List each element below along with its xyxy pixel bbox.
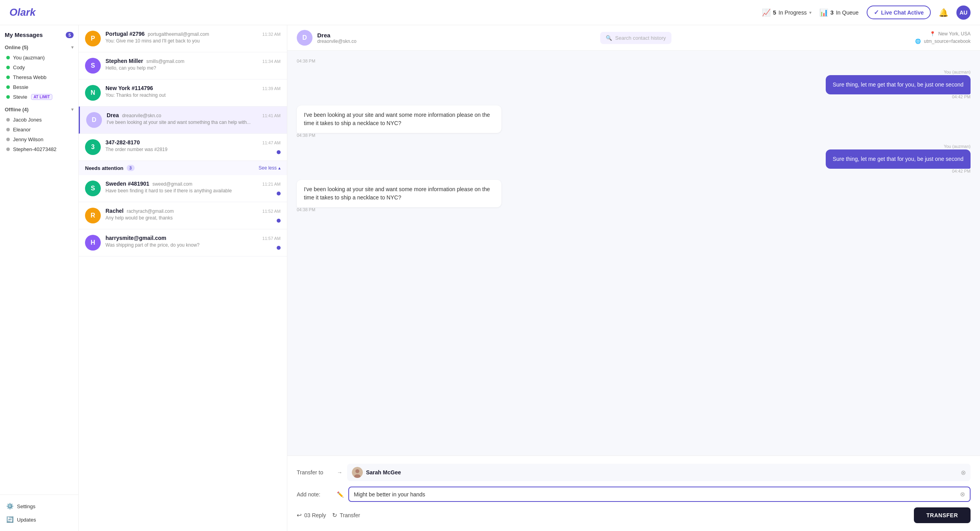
meta-location: 📍 New York, USA (915, 30, 971, 38)
offline-section-header[interactable]: Offline (4) ▾ (5, 107, 74, 112)
msg-timestamp-1: 04:38 PM (297, 59, 315, 63)
offline-dot (6, 118, 10, 122)
updates-icon: 🔄 (6, 516, 14, 523)
transfer-recipient: Sarah McGee ⊗ (347, 464, 971, 481)
sidebar-user-label: Jenny Wilson (13, 136, 43, 142)
messages-area: 04:38 PM You (auzman) Sure thing, let me… (287, 51, 980, 455)
offline-section-label: Offline (4) (5, 107, 29, 112)
conv-item-newyork[interactable]: N New York #114796 11:39 AM You: Thanks … (79, 79, 287, 107)
online-dot (6, 56, 10, 59)
conv-preview: Any help would be great, thanks (105, 215, 281, 221)
chat-meta: 📍 New York, USA 🌐 utm_source=facebook (915, 30, 971, 45)
live-chat-label: Live Chat Active (881, 9, 924, 16)
search-icon: 🔍 (606, 35, 612, 41)
needs-attention-label: Needs attention (85, 165, 124, 171)
conv-preview: You: Give me 10 mins and I'll get back t… (105, 38, 281, 44)
sidebar-item-you[interactable]: You (auzman) (5, 53, 74, 63)
sidebar-user-label: Eleanor (13, 127, 31, 133)
sidebar-item-cody[interactable]: Cody (5, 63, 74, 72)
updates-item[interactable]: 🔄 Updates (5, 513, 74, 526)
sidebar-item-stephen[interactable]: Stephen-40273482 (5, 144, 74, 154)
msg-time-after: 04:42 PM (952, 94, 971, 99)
notifications-button[interactable]: 🔔 (939, 8, 949, 17)
arrow-right-icon: → (337, 469, 342, 476)
sidebar-item-theresa[interactable]: Theresa Webb (5, 72, 74, 82)
user-avatar-button[interactable]: AU (956, 6, 971, 20)
in-queue-stat[interactable]: 📊 3 In Queue (819, 8, 859, 17)
conv-email: dreaorvile@skn.co (122, 113, 161, 118)
unread-indicator (277, 219, 281, 223)
conv-time: 11:21 AM (263, 182, 281, 186)
conv-time: 11:34 AM (263, 59, 281, 64)
message-bubble: Sure thing, let me get that for you, be … (826, 75, 971, 94)
sidebar-item-stevie[interactable]: Stevie AT LIMIT (5, 92, 74, 102)
conv-avatar: D (86, 112, 102, 128)
sidebar-item-eleanor[interactable]: Eleanor (5, 125, 74, 135)
conv-time: 11:57 AM (263, 236, 281, 241)
main-layout: My Messages 5 Online (5) ▾ You (auzman) … (0, 25, 980, 531)
sidebar-item-jacob[interactable]: Jacob Jones (5, 115, 74, 125)
conv-item-drea[interactable]: D Drea dreaorvile@skn.co 11:41 AM I've b… (79, 107, 287, 134)
globe-icon: 🌐 (915, 39, 921, 44)
settings-item[interactable]: ⚙️ Settings (5, 500, 74, 513)
note-input[interactable] (354, 491, 957, 498)
conv-avatar: 3 (85, 139, 101, 155)
progress-icon: 📈 (762, 8, 771, 17)
sidebar-user-label: You (auzman) (13, 55, 44, 61)
at-limit-badge: AT LIMIT (31, 94, 52, 100)
transfer-icon: ↻ (332, 512, 337, 519)
conv-email: portugaltheemail@gmail.com (148, 31, 209, 37)
conv-name: New York #114796 (105, 85, 153, 91)
avatar-image (352, 467, 363, 478)
online-section-header[interactable]: Online (5) ▾ (5, 44, 74, 50)
conv-name: Drea (107, 112, 119, 118)
conv-item-stephen[interactable]: S Stephen Miller smills@gmail.com 11:34 … (79, 52, 287, 79)
chat-contact-name: Drea (317, 32, 357, 39)
sidebar-header: My Messages 5 (0, 25, 78, 41)
chevron-down-icon: ▾ (809, 10, 812, 15)
location-icon: 📍 (930, 31, 936, 37)
online-section: Online (5) ▾ You (auzman) Cody Theresa W… (0, 41, 78, 103)
chat-avatar-text: D (302, 34, 307, 41)
svg-point-1 (355, 469, 359, 473)
remove-recipient-button[interactable]: ⊗ (961, 469, 966, 476)
transfer-action-label: Transfer (340, 512, 360, 518)
add-note-row: Add note: ✏️ ⊗ (297, 487, 971, 502)
conv-avatar: P (85, 31, 101, 46)
live-chat-badge[interactable]: ✓ Live Chat Active (867, 6, 931, 19)
unread-indicator (277, 150, 281, 154)
chat-panel: D Drea dreaorvile@skn.co 🔍 Search contac… (287, 25, 980, 531)
conv-item-portugal[interactable]: P Portugal #2796 portugaltheemail@gmail.… (79, 25, 287, 52)
note-input-wrapper[interactable]: ⊗ (348, 487, 971, 502)
conv-preview: Have been finding it hard to see if ther… (105, 188, 281, 194)
sidebar-item-jenny[interactable]: Jenny Wilson (5, 135, 74, 144)
sidebar-title: My Messages (5, 31, 43, 38)
conv-avatar: R (85, 208, 101, 223)
logo: Olark (9, 6, 36, 18)
offline-dot (6, 148, 10, 151)
transfer-submit-button[interactable]: TRANSFER (914, 507, 971, 523)
conv-item-sweden[interactable]: S Sweden #481901 sweed@gmail.com 11:21 A… (79, 175, 287, 202)
search-contact-history[interactable]: 🔍 Search contact history (600, 32, 671, 44)
transfer-action-button[interactable]: ↻ Transfer (332, 512, 360, 519)
conv-avatar: H (85, 235, 101, 251)
message-bubble: Sure thing, let me get that for you, be … (826, 149, 971, 169)
offline-section: Offline (4) ▾ Jacob Jones Eleanor Jenny … (0, 103, 78, 156)
clear-note-icon[interactable]: ⊗ (960, 490, 965, 498)
see-less-button[interactable]: See less ▴ (259, 165, 281, 171)
queue-icon: 📊 (819, 8, 828, 17)
recipient-avatar (352, 467, 363, 478)
reply-button[interactable]: ↩ 03 Reply (297, 512, 326, 519)
sidebar-item-bessie[interactable]: Bessie (5, 82, 74, 92)
in-progress-stat[interactable]: 📈 5 In Progress ▾ (762, 8, 812, 17)
online-dot (6, 85, 10, 89)
conv-item-harry[interactable]: H harrysmite@gmail.com 11:57 AM Was ship… (79, 229, 287, 256)
unread-indicator (277, 192, 281, 195)
sidebar-user-label: Bessie (13, 84, 28, 90)
conv-item-rachel[interactable]: R Rachel rachyrach@gmail.com 11:52 AM An… (79, 202, 287, 229)
nav-right: 📈 5 In Progress ▾ 📊 3 In Queue ✓ Live Ch… (762, 6, 971, 20)
sidebar-count: 5 (66, 32, 74, 38)
online-dot (6, 76, 10, 79)
online-dot (6, 66, 10, 69)
conv-item-phone[interactable]: 3 347-282-8170 11:47 AM The order number… (79, 134, 287, 161)
